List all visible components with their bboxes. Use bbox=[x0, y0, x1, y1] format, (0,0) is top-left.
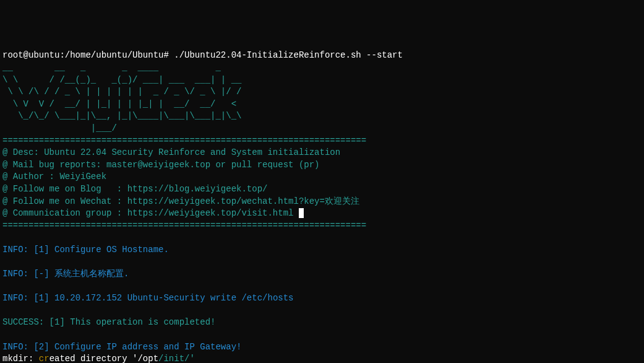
mkdir-p3: eated directory '/opt bbox=[49, 354, 158, 363]
info-text-3: [1] 10.20.172.152 Ubuntu-Security write … bbox=[28, 293, 293, 303]
command-text: ./Ubuntu22.04-InitializeReinforce.sh --s… bbox=[174, 50, 403, 60]
info-text-1: [1] Configure OS Hostname. bbox=[28, 245, 169, 255]
header-comm: @ Communication group : https://weiyigee… bbox=[2, 208, 299, 218]
ascii-banner-line6: |___/ bbox=[2, 123, 241, 133]
ascii-banner-line5: \_/\_/ \___|_|\__, |_|\____|\___|\___|_|… bbox=[2, 111, 241, 121]
shell-prompt: root@ubuntu:/home/ubuntu/Ubuntu# bbox=[2, 50, 169, 60]
header-desc: @ Desc: Ubuntu 22.04 Security Reinforce … bbox=[2, 147, 340, 157]
info-text-2: [-] 系统主机名称配置. bbox=[28, 269, 129, 279]
header-blog: @ Follow me on Blog : https://blog.weiyi… bbox=[2, 184, 267, 194]
terminal-output[interactable]: root@ubuntu:/home/ubuntu/Ubuntu# ./Ubunt… bbox=[2, 50, 642, 363]
cursor-block bbox=[299, 208, 304, 218]
header-wechat: @ Follow me on Wechat : https://weiyigee… bbox=[2, 196, 359, 206]
success-text: [1] This operation is completed! bbox=[44, 317, 215, 327]
mkdir-p1: mkdir: bbox=[2, 354, 39, 363]
info-label-1: INFO: bbox=[2, 245, 28, 255]
info-label-4: INFO: bbox=[2, 342, 28, 352]
ascii-banner-line4: \ V V / __/ | |_| | | |_| | __/ __/ < bbox=[2, 99, 241, 109]
info-label-2: INFO: bbox=[2, 269, 28, 279]
mkdir-p4: /init/' bbox=[158, 354, 195, 363]
info-text-4: [2] Configure IP address and IP Gateway! bbox=[28, 342, 241, 352]
info-label-3: INFO: bbox=[2, 293, 28, 303]
separator-bottom: ========================================… bbox=[2, 221, 366, 230]
mkdir-p2: cr bbox=[39, 354, 49, 363]
ascii-banner-line1: __ __ _ _ ____ _ bbox=[2, 63, 241, 72]
ascii-banner-line3: \ \ /\ / / _ \ | | | | | | _ / _ \/ _ \ … bbox=[2, 87, 241, 97]
header-author: @ Author : WeiyiGeek bbox=[2, 172, 106, 182]
header-mail: @ Mail bug reports: master@weiyigeek.top… bbox=[2, 160, 319, 170]
success-label: SUCCESS: bbox=[2, 317, 44, 327]
separator-top: ========================================… bbox=[2, 136, 366, 146]
ascii-banner-line2: \ \ / /__(_)_ _(_)/ ___| ___ ___| | __ bbox=[2, 75, 241, 85]
